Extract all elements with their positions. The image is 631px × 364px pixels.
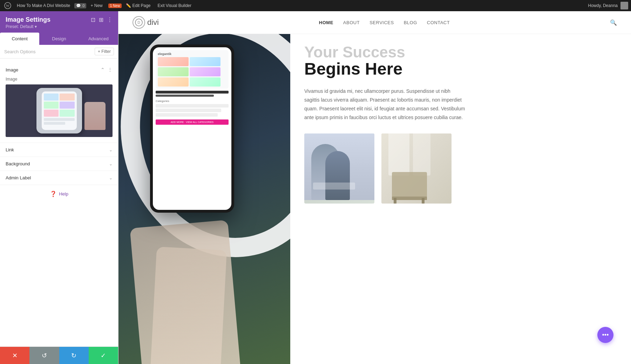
preset-selector[interactable]: Preset: Default ▾ bbox=[6, 24, 113, 29]
site-title[interactable]: How To Make A Divi Website bbox=[14, 3, 73, 8]
main-layout: Image Settings ⊡ ⊞ ⋮ Preset: Default ▾ C… bbox=[0, 11, 631, 364]
image-section-content: Image bbox=[0, 77, 118, 143]
dots-icon: ••• bbox=[602, 331, 609, 339]
comment-count[interactable]: 💬 0 bbox=[74, 3, 86, 8]
hero-title-line1-crossed: Your Success bbox=[304, 44, 617, 60]
svg-text:D: D bbox=[137, 21, 140, 25]
nav-blog[interactable]: BLOG bbox=[404, 20, 417, 25]
columns-icon[interactable]: ⊞ bbox=[99, 16, 103, 23]
phone-in-hands: elegantik bbox=[125, 37, 290, 364]
site-logo-text: divi bbox=[147, 18, 159, 27]
nav-home[interactable]: HOME bbox=[319, 20, 333, 25]
background-section: Background ⌄ bbox=[0, 157, 118, 171]
image-preview[interactable] bbox=[6, 84, 113, 137]
link-section-title: Link bbox=[6, 147, 14, 152]
hero-image-area: elegantik bbox=[118, 34, 290, 364]
admin-label-section: Admin Label ⌄ bbox=[0, 171, 118, 185]
bottom-buttons: ✕ ↺ ↻ ✓ bbox=[0, 346, 118, 364]
more-options-icon[interactable]: ⋮ bbox=[107, 16, 113, 23]
panel-tabs: Content Design Advanced bbox=[0, 33, 118, 45]
panel-header: Image Settings ⊡ ⊞ ⋮ Preset: Default ▾ bbox=[0, 11, 118, 33]
nav-services[interactable]: SERVICES bbox=[369, 20, 394, 25]
help-label[interactable]: Help bbox=[59, 191, 68, 197]
hero-title: Your Success Begins Here bbox=[304, 44, 617, 78]
hero-title-line2: Begins Here bbox=[304, 60, 617, 78]
floating-dots-button[interactable]: ••• bbox=[597, 327, 613, 343]
help-area: ❓ Help bbox=[0, 185, 118, 203]
admin-label-section-icons: ⌄ bbox=[109, 176, 113, 180]
gallery-image-2 bbox=[381, 133, 452, 204]
svg-text:W: W bbox=[6, 4, 10, 8]
background-section-title: Background bbox=[6, 161, 30, 166]
site-logo: D divi bbox=[133, 16, 159, 29]
link-section: Link ⌄ bbox=[0, 143, 118, 157]
howdy-text: Howdy, Deanna bbox=[588, 3, 618, 8]
tab-content[interactable]: Content bbox=[0, 33, 39, 45]
admin-label-arrow-icon: ⌄ bbox=[109, 176, 113, 180]
background-section-header[interactable]: Background ⌄ bbox=[0, 157, 118, 171]
wp-logo[interactable]: W bbox=[3, 1, 13, 11]
save-button[interactable]: ✓ bbox=[89, 347, 118, 364]
panel-content: Image ⌃ ⋮ Image bbox=[0, 59, 118, 346]
user-avatar bbox=[620, 2, 628, 9]
filter-button[interactable]: + Filter bbox=[95, 48, 114, 55]
undo-button[interactable]: ↺ bbox=[29, 347, 59, 364]
header-icons: ⊡ ⊞ ⋮ bbox=[91, 16, 113, 23]
nav-about[interactable]: ABOUT bbox=[343, 20, 360, 25]
site-content: elegantik bbox=[118, 34, 631, 364]
link-section-header[interactable]: Link ⌄ bbox=[0, 143, 118, 157]
new-button[interactable]: + New bbox=[88, 3, 105, 8]
left-panel: Image Settings ⊡ ⊞ ⋮ Preset: Default ▾ C… bbox=[0, 11, 118, 364]
cancel-button[interactable]: ✕ bbox=[0, 347, 29, 364]
nav-contact[interactable]: CONTACT bbox=[427, 20, 450, 25]
background-arrow-icon: ⌄ bbox=[109, 162, 113, 166]
admin-label-section-header[interactable]: Admin Label ⌄ bbox=[0, 171, 118, 185]
tab-design[interactable]: Design bbox=[39, 33, 79, 45]
hero-text-area: Your Success Begins Here Vivamus id grav… bbox=[290, 34, 631, 364]
redo-button[interactable]: ↻ bbox=[59, 347, 89, 364]
gallery-image-1 bbox=[304, 133, 374, 204]
nav-search-icon[interactable]: 🔍 bbox=[610, 19, 617, 26]
image-section-icons: ⌃ ⋮ bbox=[101, 67, 113, 73]
help-icon: ❓ bbox=[50, 191, 57, 197]
tab-advanced[interactable]: Advanced bbox=[79, 33, 118, 45]
admin-label-section-title: Admin Label bbox=[6, 175, 31, 180]
gallery-row bbox=[304, 133, 617, 204]
search-bar: + Filter bbox=[0, 45, 118, 59]
more-icon[interactable]: ⋮ bbox=[108, 67, 113, 73]
website-preview: D divi HOME ABOUT SERVICES BLOG CONTACT … bbox=[118, 11, 631, 364]
divi-logo-icon: D bbox=[133, 16, 145, 29]
edit-page-button[interactable]: ✏️ Edit Page bbox=[123, 3, 153, 8]
site-nav: D divi HOME ABOUT SERVICES BLOG CONTACT … bbox=[118, 11, 631, 34]
hero-description: Vivamus id gravida mi, nec ullamcorper p… bbox=[304, 87, 466, 122]
wp-admin-bar: W How To Make A Divi Website 💬 0 + New 1… bbox=[0, 0, 631, 11]
image-field-label: Image bbox=[6, 77, 113, 82]
panel-title: Image Settings bbox=[6, 16, 50, 23]
exit-builder-button[interactable]: Exit Visual Builder bbox=[155, 3, 195, 8]
link-section-icons: ⌄ bbox=[109, 147, 113, 152]
link-arrow-icon: ⌄ bbox=[109, 147, 113, 152]
background-section-icons: ⌄ bbox=[109, 162, 113, 166]
image-section-header[interactable]: Image ⌃ ⋮ bbox=[0, 63, 118, 77]
image-section: Image ⌃ ⋮ Image bbox=[0, 63, 118, 143]
site-nav-links: HOME ABOUT SERVICES BLOG CONTACT bbox=[319, 20, 450, 25]
expand-icon[interactable]: ⌃ bbox=[101, 67, 105, 73]
search-input[interactable] bbox=[4, 49, 95, 54]
responsive-icon[interactable]: ⊡ bbox=[91, 16, 95, 23]
new-badge: 1 New bbox=[108, 4, 122, 8]
image-section-title: Image bbox=[6, 67, 18, 73]
